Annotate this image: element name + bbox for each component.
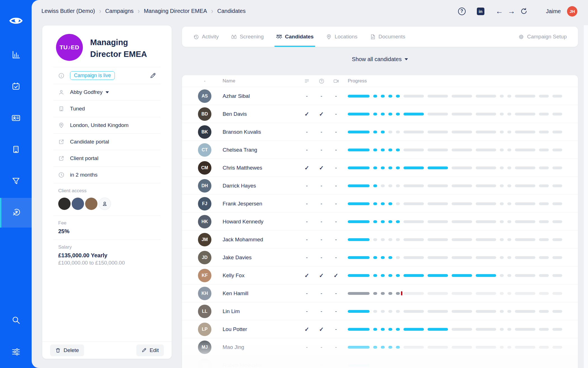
progress-segment xyxy=(515,149,535,151)
sidebar-item-contacts[interactable] xyxy=(0,112,32,125)
notes-status: - xyxy=(300,201,314,207)
candidate-name: Ken Hamill xyxy=(223,290,300,297)
refresh-icon[interactable] xyxy=(520,8,528,15)
table-row[interactable]: BD Ben Davis ✓ ✓ - xyxy=(182,105,578,123)
progress-segment xyxy=(500,292,504,295)
sidebar-item-campaigns-active[interactable] xyxy=(0,198,32,228)
scrollbar-track[interactable] xyxy=(584,25,588,368)
delete-button[interactable]: Delete xyxy=(50,344,84,356)
table-row[interactable]: DH Darrick Hayes - - - xyxy=(182,177,578,195)
progress-segment xyxy=(476,95,496,98)
header-name: Name xyxy=(223,78,300,84)
progress-segment xyxy=(507,149,511,151)
progress-segment xyxy=(515,292,535,295)
progress-bar xyxy=(348,166,563,169)
table-row[interactable]: KH Ken Hamill - - - xyxy=(182,284,578,302)
questions-status: - xyxy=(314,201,329,207)
progress-segment xyxy=(452,166,472,169)
progress-segment xyxy=(388,220,392,223)
forward-arrow-icon[interactable]: → xyxy=(508,8,515,15)
candidate-avatar: JM xyxy=(198,233,211,246)
video-status: - xyxy=(329,308,343,314)
table-row[interactable]: CM Chris Matthewes ✓ ✓ - xyxy=(182,159,578,177)
notes-status: ✓ xyxy=(300,326,314,333)
progress-segment xyxy=(396,113,400,115)
user-avatar[interactable]: JH xyxy=(567,6,577,17)
table-row[interactable]: FJ Frank Jespersen - - - xyxy=(182,195,578,213)
progress-segment xyxy=(396,238,400,241)
progress-segment xyxy=(539,364,549,367)
progress-segment xyxy=(452,310,472,313)
progress-segment xyxy=(452,274,472,277)
progress-segment xyxy=(500,310,504,313)
candidate-filter-dropdown[interactable]: Show all candidates xyxy=(352,56,408,63)
progress-segment xyxy=(500,95,504,98)
chevron-right-icon: › xyxy=(138,7,140,15)
tab-activity[interactable]: Activity xyxy=(193,27,219,47)
table-row[interactable]: BK Branson Kuvalis - - - xyxy=(182,123,578,141)
tab-locations[interactable]: Locations xyxy=(326,27,357,47)
back-arrow-icon[interactable]: ← xyxy=(496,8,503,15)
progress-segment xyxy=(552,202,562,205)
tab-screening[interactable]: Screening xyxy=(231,27,264,47)
edit-pencil-icon[interactable] xyxy=(150,72,156,79)
breadcrumb-item-1[interactable]: Campaigns xyxy=(105,8,134,14)
sidebar-item-pipeline[interactable] xyxy=(0,175,32,188)
progress-segment xyxy=(500,274,504,277)
progress-segment xyxy=(396,310,400,313)
edit-button[interactable]: Edit xyxy=(136,344,164,356)
sidebar-item-settings[interactable] xyxy=(0,346,32,359)
campaign-setup-button[interactable]: Campaign Setup xyxy=(518,27,567,47)
notes-status: ✓ xyxy=(300,272,314,279)
tab-candidates[interactable]: Candidates xyxy=(276,27,314,47)
video-status: - xyxy=(329,93,343,99)
table-row[interactable]: CT Chelsea Trang - - - xyxy=(182,141,578,159)
table-row[interactable]: KF Kelly Fox ✓ ✓ ✓ xyxy=(182,267,578,284)
breadcrumb-item-2[interactable]: Managing Director EMEA xyxy=(144,8,207,14)
campaign-owner-row[interactable]: Abby Godfrey xyxy=(53,84,160,101)
campaign-title: Managing Director EMEA xyxy=(90,34,160,61)
table-row[interactable]: MJ Mao Jing - - - xyxy=(182,338,578,356)
linkedin-icon[interactable]: in xyxy=(477,8,484,15)
questions-status: - xyxy=(314,183,329,189)
client-portal-link[interactable]: Client portal xyxy=(53,150,160,167)
table-row[interactable]: JD Jake Davies - - - xyxy=(182,249,578,267)
questions-status: - xyxy=(314,344,329,350)
help-icon[interactable]: ? xyxy=(458,8,466,15)
table-row[interactable]: LP Lou Potter ✓ ✓ - xyxy=(182,320,578,338)
sidebar-item-companies[interactable] xyxy=(0,143,32,157)
progress-segment xyxy=(476,364,496,367)
breadcrumb-item-3[interactable]: Candidates xyxy=(217,8,246,14)
table-row[interactable]: RM Ruben Meeusen - - - xyxy=(182,356,578,368)
progress-segment xyxy=(539,95,549,98)
progress-segment xyxy=(373,202,377,205)
progress-segment xyxy=(507,238,511,241)
tab-documents[interactable]: Documents xyxy=(370,27,405,47)
user-name[interactable]: Jaime xyxy=(546,8,561,15)
progress-segment xyxy=(552,274,562,277)
add-client-button[interactable] xyxy=(99,198,111,210)
candidate-avatar: LP xyxy=(198,323,211,336)
video-status: - xyxy=(329,290,343,297)
sidebar-item-search[interactable] xyxy=(0,314,32,327)
progress-segment xyxy=(388,202,392,205)
app-logo-eye-icon[interactable] xyxy=(0,14,32,27)
active-tab-underline xyxy=(274,46,315,47)
progress-segment xyxy=(403,131,424,133)
progress-segment xyxy=(515,95,535,98)
table-row[interactable]: JM Jack Mohammed - - - xyxy=(182,231,578,249)
progress-segment xyxy=(348,346,370,349)
table-row[interactable]: LL Lin Lim - - - xyxy=(182,302,578,320)
progress-segment xyxy=(428,328,448,331)
progress-bar xyxy=(348,202,563,205)
table-row[interactable]: HK Howard Kennedy - - - xyxy=(182,213,578,231)
progress-segment xyxy=(476,131,496,133)
progress-segment xyxy=(515,328,535,331)
sidebar-item-analytics[interactable] xyxy=(0,48,32,62)
breadcrumb-item-0[interactable]: Lewiss Butler (Demo) xyxy=(41,8,95,14)
progress-segment xyxy=(515,220,535,223)
candidates-table: - Name Progress AS Azhar Sibal - - - BD xyxy=(182,75,578,368)
candidate-portal-link[interactable]: Candidate portal xyxy=(53,134,160,150)
sidebar-item-calendar[interactable] xyxy=(0,80,32,94)
table-row[interactable]: AS Azhar Sibal - - - xyxy=(182,87,578,105)
